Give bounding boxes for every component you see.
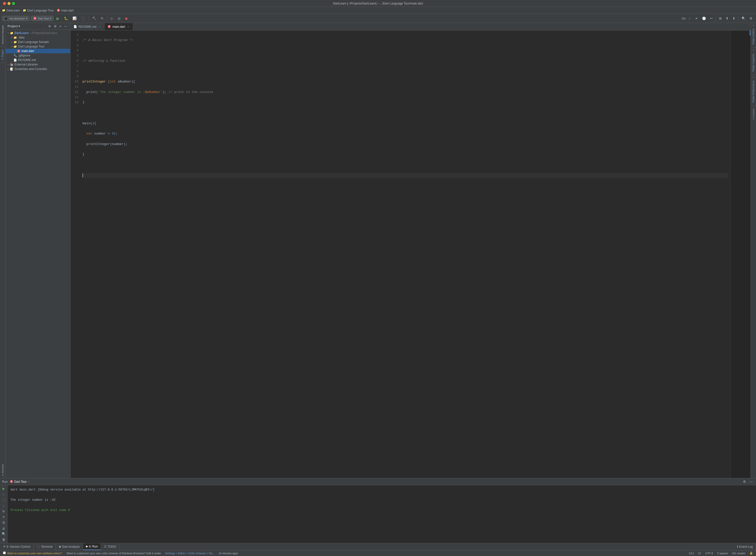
close-button[interactable] bbox=[3, 2, 6, 5]
tab-maindart-close[interactable]: × bbox=[127, 25, 130, 29]
tree-label-path: ~/Projects/DartLearn bbox=[30, 31, 57, 35]
status-git[interactable]: Git: master bbox=[731, 552, 747, 555]
flutter-inspector-label[interactable]: Flutter Inspector bbox=[751, 51, 756, 73]
build-button[interactable]: 🔨 bbox=[91, 16, 98, 21]
run-config-selector[interactable]: 🎯 Dart Tour ▾ bbox=[31, 16, 54, 21]
run-tab-close[interactable]: × bbox=[28, 480, 29, 483]
code-editor[interactable]: 1 2 3 4 5 6 7 8 9 10 11 12 13 14 /* A Ba… bbox=[70, 31, 730, 478]
flutter-outline-label[interactable]: Flutter Outline bbox=[751, 27, 756, 46]
tab-maindart[interactable]: 🎯 main.dart × bbox=[104, 23, 133, 30]
run-settings-button[interactable]: ⚙ bbox=[742, 479, 747, 484]
pull-button[interactable]: ⬇ bbox=[731, 16, 737, 21]
tab-todo[interactable]: ☑ TODO bbox=[101, 543, 119, 550]
coverage-button[interactable]: ◎ bbox=[116, 16, 122, 21]
sync-button[interactable]: ↻ bbox=[99, 16, 105, 21]
status-encoding[interactable]: UTF-8 bbox=[704, 552, 714, 555]
run-list-button[interactable]: ☰ bbox=[1, 520, 6, 525]
breadcrumb-folder[interactable]: Dart Language Tour bbox=[27, 9, 54, 12]
tree-item-sample[interactable]: ▸ 📁 Dart Language Sample bbox=[5, 40, 70, 44]
panel-minimize-button[interactable]: — bbox=[63, 24, 68, 29]
project-label[interactable]: 1: Project bbox=[0, 47, 5, 62]
run-minimize-button[interactable]: — bbox=[748, 479, 754, 484]
git-check-button[interactable]: ✓ bbox=[687, 16, 693, 21]
git-commit-button[interactable]: ✔ bbox=[694, 16, 699, 21]
scratches-icon: 📝 bbox=[10, 68, 13, 71]
run-play-button[interactable]: ▶ bbox=[1, 486, 6, 491]
breadcrumb-file[interactable]: main.dart bbox=[61, 9, 74, 12]
run-button[interactable]: ▶ bbox=[55, 15, 61, 22]
flutter-performance-label[interactable]: Flutter Performance bbox=[751, 78, 756, 104]
code-line-14 bbox=[82, 173, 728, 178]
run-tab-darttour[interactable]: 🎯 Dart Tour × bbox=[10, 480, 29, 484]
profile-button[interactable]: 📊 bbox=[71, 16, 78, 21]
panel-split-button[interactable]: ⊞ bbox=[53, 24, 58, 29]
tree-item-external[interactable]: ▸ 📚 External Libraries bbox=[5, 62, 70, 67]
settings-button[interactable]: ⚙ bbox=[748, 16, 754, 21]
push-button[interactable]: ⬆ bbox=[724, 16, 730, 21]
tree-item-idea[interactable]: ▸ 📁 .idea bbox=[5, 35, 70, 40]
terminal-icon: ⬛ bbox=[36, 545, 40, 548]
maximize-button[interactable] bbox=[12, 2, 15, 5]
rainbow-checkbox[interactable] bbox=[3, 552, 6, 554]
vcs-button[interactable]: ⊞ bbox=[718, 16, 723, 21]
tree-item-tour[interactable]: ▾ 📁 Dart Language Tour bbox=[5, 44, 70, 49]
code-line-8 bbox=[82, 110, 728, 116]
run-trash-button[interactable]: 🗑 bbox=[1, 537, 6, 542]
status-indent[interactable]: 2 spaces bbox=[716, 552, 729, 555]
flutter-inspector-check: ✓ bbox=[753, 49, 755, 51]
status-settings-path[interactable]: Settings > Editor > Color Scheme > Ra... bbox=[164, 552, 216, 555]
tree-arrow-scratches: ▸ bbox=[6, 68, 10, 70]
git-history-button[interactable]: 🕐 bbox=[700, 16, 708, 21]
run-tree-button[interactable]: ≡ bbox=[1, 515, 6, 520]
tab-run[interactable]: ▶ 4: Run bbox=[83, 543, 101, 550]
debug-run-button[interactable]: 🐛 bbox=[63, 16, 69, 21]
run-config-label: Dart Tour bbox=[38, 17, 49, 20]
git-revert-button[interactable]: ↩ bbox=[709, 16, 714, 21]
run-output-line-1: dart main.dart [Debug service available … bbox=[10, 487, 753, 492]
run-print-button[interactable]: 🖨 bbox=[1, 526, 6, 531]
event-log-icon: ℹ bbox=[737, 545, 738, 549]
status-linesep[interactable]: LF bbox=[697, 552, 702, 555]
run-output[interactable]: dart main.dart [Debug service available … bbox=[7, 485, 756, 543]
resource-manager-label[interactable]: Resource Manager bbox=[1, 23, 5, 46]
panel-settings-button[interactable]: ⚙ bbox=[47, 24, 52, 29]
run-reload-button[interactable]: ↻ bbox=[1, 509, 6, 514]
tab-dart-analysis[interactable]: ◉ Dart Analysis bbox=[56, 543, 83, 550]
status-right: 14:1 LF UTF-8 2 spaces Git: master 🔒 bbox=[688, 552, 754, 555]
stop-run-button[interactable]: ◼ bbox=[124, 16, 129, 21]
search-everywhere-button[interactable]: 🔍 bbox=[740, 16, 747, 21]
tree-item-scratches[interactable]: ▸ 📝 Scratches and Consoles bbox=[5, 67, 70, 71]
dart-icon-config: 🎯 bbox=[33, 17, 37, 20]
tree-item-gitignore[interactable]: 🔧 .gitignore bbox=[5, 53, 70, 58]
tree-item-readme[interactable]: 📄 README.md bbox=[5, 58, 70, 62]
tree-arrow-tour: ▾ bbox=[10, 45, 13, 48]
tree-item-dartlearn[interactable]: ▾ 📁 DartLearn ~/Projects/DartLearn bbox=[5, 31, 70, 35]
toolbar-separator-3 bbox=[716, 16, 716, 21]
tree-item-maindart[interactable]: 🎯 main.dart bbox=[5, 49, 70, 53]
run-search-button[interactable]: 🔍 bbox=[1, 532, 6, 536]
structure-label[interactable]: 2: Structure bbox=[1, 462, 5, 478]
stop-button[interactable]: ⬛ bbox=[79, 16, 87, 21]
run-stop-button[interactable]: ⬛ bbox=[1, 497, 6, 502]
tab-dart-analysis-label: Dart Analysis bbox=[62, 545, 80, 549]
title-bar: DartLearn [~/Projects/DartLearn] – .../D… bbox=[0, 0, 756, 7]
breadcrumb-project[interactable]: DartLearn bbox=[6, 9, 20, 12]
device-selector[interactable]: 📱 <no devices> ▾ bbox=[2, 16, 30, 21]
tab-event-log[interactable]: ℹ Event Log bbox=[734, 543, 756, 550]
tab-readme[interactable]: 📄 README.md × bbox=[70, 23, 104, 30]
status-checkbox[interactable]: Want to customize your own rainbow color… bbox=[2, 552, 64, 555]
tab-maindart-label: main.dart bbox=[112, 25, 125, 29]
panel-gear-button[interactable]: ≡ bbox=[59, 24, 62, 29]
run-panel-actions: ⚙ — bbox=[742, 479, 754, 484]
assistant-label[interactable]: ≡ Assistant bbox=[751, 107, 756, 122]
code-content[interactable]: /* A Basic Dart Program */ // defining a… bbox=[80, 31, 730, 478]
tab-version-control[interactable]: ⑨ 9: Version Control bbox=[0, 543, 34, 550]
status-lock-icon[interactable]: 🔒 bbox=[749, 552, 754, 555]
minimize-button[interactable] bbox=[7, 2, 10, 5]
status-position[interactable]: 14:1 bbox=[688, 552, 695, 555]
run-down-button[interactable]: ↓ bbox=[1, 503, 6, 508]
run-up-button[interactable]: ↑ bbox=[1, 492, 6, 497]
run-tests-button[interactable]: ▷ bbox=[109, 16, 115, 21]
tab-readme-close[interactable]: × bbox=[98, 25, 101, 29]
tab-terminal[interactable]: ⬛ Terminal bbox=[34, 543, 56, 550]
